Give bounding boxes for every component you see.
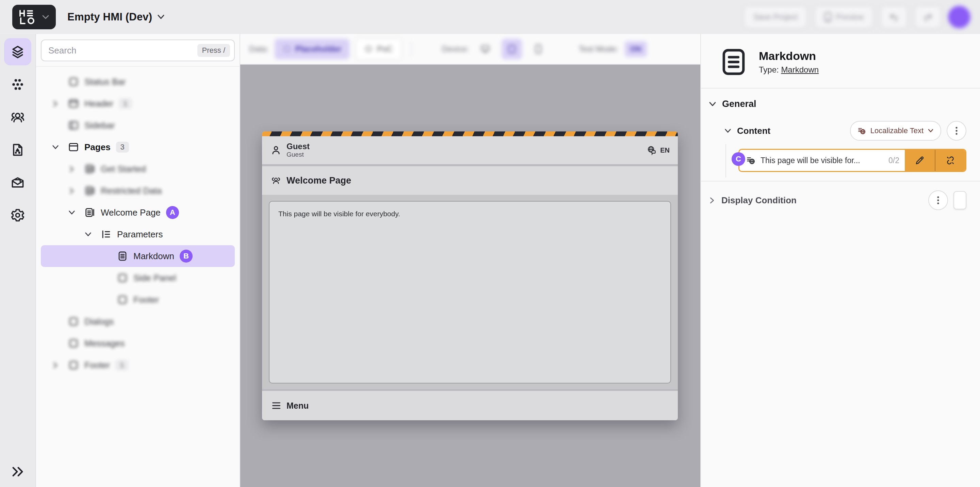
rail-item-layers[interactable] xyxy=(4,38,31,65)
data-option-poc[interactable]: PoC xyxy=(356,38,401,60)
chevron-down-icon[interactable] xyxy=(68,210,84,215)
project-title[interactable]: Empty HMI (Dev) xyxy=(67,11,152,23)
hazard-stripe xyxy=(262,131,678,136)
tree-item-markdown[interactable]: MarkdownB xyxy=(41,245,235,267)
search-input[interactable]: Search Press / xyxy=(41,40,235,61)
tree-item-pages[interactable]: Pages3 xyxy=(41,136,235,158)
localizable-text-dropdown[interactable]: Localizable Text xyxy=(850,121,941,141)
preview-user-name: Guest xyxy=(286,151,310,158)
chevron-down-icon[interactable] xyxy=(84,232,100,237)
canvas-column: Data: Placeholder PoC Device: xyxy=(240,34,700,487)
tree-item-label: Markdown xyxy=(134,251,174,262)
undo-button[interactable] xyxy=(881,6,907,28)
chevron-right-icon[interactable] xyxy=(68,166,84,172)
chevron-down-icon xyxy=(928,129,934,133)
tree-item-dialogs[interactable]: Dialogs xyxy=(41,311,235,332)
inspector-title: Markdown xyxy=(759,49,819,63)
tree-item-status-bar[interactable]: Status Bar xyxy=(41,71,235,93)
dots-grid-icon xyxy=(10,77,25,92)
top-bar-actions: Save Project Preview xyxy=(744,6,970,28)
language-switcher[interactable]: EN xyxy=(646,145,670,155)
undo-icon xyxy=(889,13,898,21)
test-mode-toggle[interactable]: ON xyxy=(625,41,647,57)
tree-item-label: Restricted Data xyxy=(101,185,162,196)
rail-item-settings[interactable] xyxy=(4,201,31,229)
chevron-down-icon[interactable] xyxy=(724,128,732,134)
localizable-text-label: Localizable Text xyxy=(870,126,924,135)
preview-menu-bar[interactable]: Menu xyxy=(262,391,678,420)
helio-logo-icon xyxy=(19,10,38,24)
tree-item-label: Header xyxy=(84,98,113,109)
content-options-button[interactable] xyxy=(947,121,966,141)
device-desktop-button[interactable] xyxy=(475,39,495,59)
tree-item-restricted-data[interactable]: Restricted Data xyxy=(41,180,235,201)
data-option-placeholder[interactable]: Placeholder xyxy=(275,39,350,59)
chevron-right-icon[interactable] xyxy=(52,101,67,106)
design-canvas[interactable]: Guest Guest EN Welcome Page xyxy=(240,65,700,487)
placeholder-icon xyxy=(283,45,291,53)
box-icon xyxy=(67,76,80,88)
preview-status-bar: Guest Guest EN xyxy=(262,136,678,164)
redo-button[interactable] xyxy=(915,6,941,28)
localizable-text-icon xyxy=(746,156,756,165)
translation-counter: 0/2 xyxy=(888,156,899,165)
chevron-down-icon[interactable] xyxy=(52,145,67,150)
markdown-widget[interactable]: This page will be visible for everybody. xyxy=(269,201,671,383)
device-tablet-button[interactable] xyxy=(501,39,522,59)
users-icon xyxy=(271,176,281,185)
rail-item-components[interactable] xyxy=(4,71,31,98)
collapse-sidebar-button[interactable] xyxy=(11,466,24,479)
chevron-right-icon[interactable] xyxy=(68,188,84,193)
display-condition-label: Display Condition xyxy=(721,195,797,206)
rail-item-users[interactable] xyxy=(4,104,31,131)
component-explorer: Search Press / Status BarHeader1SidebarP… xyxy=(36,34,240,487)
tree-item-label: Dialogs xyxy=(84,316,114,327)
tree-item-header[interactable]: Header1 xyxy=(41,93,235,115)
preview-menu-label: Menu xyxy=(286,401,309,411)
page-icon xyxy=(84,163,96,175)
device-phone-button[interactable] xyxy=(528,39,549,59)
rail-item-assets[interactable] xyxy=(4,136,31,163)
edit-text-button[interactable] xyxy=(905,150,935,171)
tree-item-label: Messages xyxy=(84,338,125,349)
preview-button[interactable]: Preview xyxy=(815,6,873,28)
tree-item-footer[interactable]: Footer xyxy=(41,289,235,311)
chevron-down-icon[interactable] xyxy=(708,102,717,107)
general-section-header[interactable]: General xyxy=(701,89,980,112)
chevron-right-icon[interactable] xyxy=(708,198,716,203)
project-menu-chevron-icon[interactable] xyxy=(157,14,165,20)
box-icon xyxy=(116,272,129,284)
indent-guide xyxy=(725,144,726,177)
test-mode-label: Test Mode: xyxy=(579,44,618,54)
content-section-label: Content xyxy=(737,126,770,136)
tree-item-messages[interactable]: Messages xyxy=(41,332,235,354)
tree-item-sidebar[interactable]: Sidebar xyxy=(41,115,235,136)
asset-file-icon xyxy=(10,142,25,157)
device-preview[interactable]: Guest Guest EN Welcome Page xyxy=(262,131,678,420)
tree-item-get-started[interactable]: Get Started xyxy=(41,158,235,180)
data-label: Data: xyxy=(249,44,269,54)
tree-item-side-panel[interactable]: Side Panel xyxy=(41,267,235,289)
display-condition-toggle[interactable] xyxy=(953,191,966,209)
inspector-panel: Markdown Type: Markdown General Content … xyxy=(700,34,980,487)
unlink-text-button[interactable] xyxy=(935,150,966,171)
tree-item-welcome-page[interactable]: Welcome PageA xyxy=(41,201,235,224)
page-icon xyxy=(84,185,96,196)
pages-icon xyxy=(67,141,80,153)
unlink-icon xyxy=(945,155,956,166)
user-avatar[interactable] xyxy=(949,6,970,27)
display-condition-section: Display Condition xyxy=(701,182,980,219)
save-project-button[interactable]: Save Project xyxy=(744,6,807,28)
tree-item-parameters[interactable]: Parameters xyxy=(41,224,235,245)
app-logo-menu[interactable] xyxy=(12,5,56,29)
field-value-area[interactable]: This page will be visible for... 0/2 xyxy=(740,150,905,171)
search-row: Search Press / xyxy=(36,34,240,67)
tree-item-footer[interactable]: Footer1 xyxy=(41,354,235,376)
users-icon xyxy=(10,110,25,125)
display-condition-options-button[interactable] xyxy=(928,190,948,210)
chevron-right-icon[interactable] xyxy=(52,363,67,368)
sidebar-icon xyxy=(67,120,80,131)
type-link[interactable]: Markdown xyxy=(781,65,819,74)
rail-item-messages[interactable] xyxy=(4,169,31,196)
page-icon xyxy=(84,207,96,218)
